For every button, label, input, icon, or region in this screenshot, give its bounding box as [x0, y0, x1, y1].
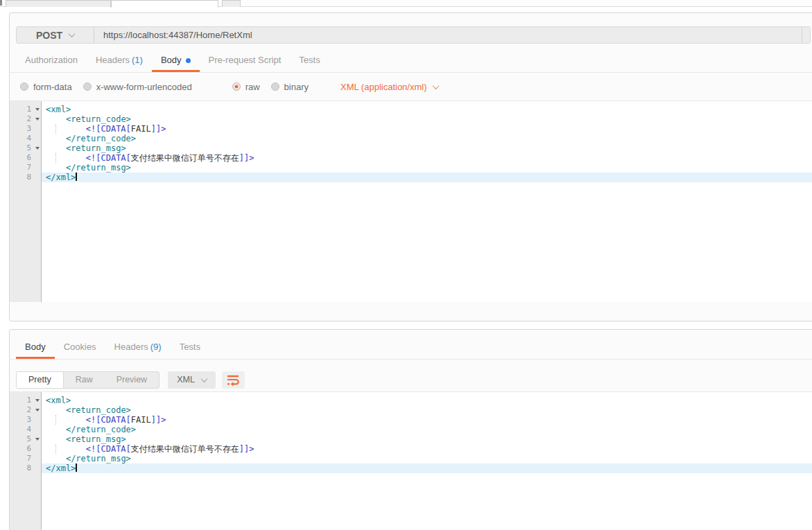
code-line-text[interactable]: <![CDATA[支付结果中微信订单号不存在]]> — [42, 153, 812, 163]
code-line[interactable]: 1<xml> — [10, 105, 812, 114]
headers-count-badge: (1) — [132, 55, 143, 65]
fold-arrow-icon[interactable] — [35, 438, 40, 441]
line-number: 6 — [10, 444, 42, 454]
line-number: 4 — [10, 425, 42, 434]
code-line-text[interactable]: <return_code> — [42, 114, 812, 124]
tab-response-headers[interactable]: Headers(9) — [105, 336, 171, 359]
code-line-text[interactable]: <return_code> — [42, 405, 812, 415]
code-line[interactable]: 1<xml> — [10, 396, 812, 405]
fold-arrow-icon[interactable] — [35, 147, 40, 150]
tab-cookies[interactable]: Cookies — [55, 336, 105, 359]
fold-arrow-icon[interactable] — [35, 108, 40, 111]
view-preview-button[interactable]: Preview — [105, 372, 159, 388]
code-line-text[interactable]: <xml> — [42, 105, 812, 114]
chevron-down-icon — [69, 30, 76, 37]
tab-tests[interactable]: Tests — [290, 49, 329, 72]
response-view-toolbar: Pretty Raw Preview XML — [10, 360, 812, 392]
tab-pre-request-script[interactable]: Pre-request Script — [200, 49, 291, 72]
code-line[interactable]: 3 <![CDATA[FAIL]]> — [10, 415, 812, 425]
method-label: POST — [36, 30, 62, 41]
tab-headers[interactable]: Headers(1) — [87, 49, 152, 72]
headers-count-badge: (9) — [150, 342, 162, 352]
code-line-text[interactable]: </return_msg> — [42, 163, 812, 173]
tab-body[interactable]: Body — [152, 49, 200, 72]
fold-arrow-icon[interactable] — [35, 118, 40, 121]
indent-guide — [55, 124, 56, 134]
line-number: 1 — [10, 105, 42, 114]
code-line-text[interactable]: <return_msg> — [42, 143, 812, 153]
indent-guide — [55, 153, 56, 163]
code-line-text[interactable]: <xml> — [42, 396, 812, 405]
code-line[interactable]: 3 <![CDATA[FAIL]]> — [10, 124, 812, 134]
code-line[interactable]: 4 </return_code> — [10, 425, 812, 434]
line-number: 3 — [10, 415, 42, 425]
window-tab-active[interactable] — [111, 0, 218, 8]
response-body-editor[interactable]: 1<xml>2 <return_code>3 <![CDATA[FAIL]]>4… — [10, 392, 812, 530]
code-line-text[interactable]: <![CDATA[FAIL]]> — [42, 124, 812, 134]
wrap-text-icon — [226, 373, 240, 387]
line-number: 3 — [10, 124, 42, 134]
radio-x-www-form-urlencoded[interactable]: x-www-form-urlencoded — [83, 82, 192, 92]
line-number: 2 — [10, 405, 42, 415]
code-line-text[interactable]: <![CDATA[支付结果中微信订单号不存在]]> — [42, 444, 812, 454]
radio-form-data[interactable]: form-data — [20, 82, 72, 92]
code-line[interactable]: 2 <return_code> — [10, 405, 812, 415]
response-panel: Body Cookies Headers(9) Tests Pretty Raw… — [9, 329, 812, 530]
tab-response-body[interactable]: Body — [16, 336, 55, 359]
response-tabs: Body Cookies Headers(9) Tests — [10, 330, 812, 360]
fold-arrow-icon[interactable] — [35, 399, 40, 402]
indent-guide — [55, 415, 56, 425]
line-number: 1 — [10, 396, 42, 405]
code-line-text[interactable]: <return_msg> — [42, 434, 812, 444]
body-modified-dot — [186, 58, 191, 63]
code-line[interactable]: 5 <return_msg> — [10, 143, 812, 153]
window-tab-small[interactable] — [222, 0, 241, 7]
code-line-text[interactable]: </return_code> — [42, 134, 812, 143]
line-number: 8 — [10, 463, 42, 473]
request-body-editor[interactable]: 1<xml>2 <return_code>3 <![CDATA[FAIL]]>4… — [10, 101, 812, 302]
text-cursor — [76, 463, 77, 472]
response-format-dropdown[interactable]: XML — [168, 371, 216, 389]
view-raw-button[interactable]: Raw — [64, 372, 105, 388]
radio-icon[interactable] — [83, 82, 92, 91]
code-line[interactable]: 7 </return_msg> — [10, 454, 812, 463]
tab-authorization[interactable]: Authorization — [16, 49, 87, 72]
code-line[interactable]: 5 <return_msg> — [10, 434, 812, 444]
code-line-text[interactable]: </return_msg> — [42, 454, 812, 463]
code-line[interactable]: 6 <![CDATA[支付结果中微信订单号不存在]]> — [10, 153, 812, 163]
code-line[interactable]: 8</xml> — [10, 463, 812, 473]
body-type-selector: form-data x-www-form-urlencoded raw bina… — [10, 73, 812, 101]
code-line-text[interactable]: </return_code> — [42, 425, 812, 434]
radio-selected-icon[interactable] — [232, 82, 241, 91]
chevron-down-icon — [200, 376, 207, 382]
radio-binary[interactable]: binary — [271, 82, 309, 92]
line-number: 5 — [10, 143, 42, 153]
request-tabs: Authorization Headers(1) Body Pre-reques… — [10, 51, 812, 73]
method-dropdown[interactable]: POST — [17, 27, 94, 43]
request-url-bar: POST https://localhost:44387/Home/RetXml — [16, 26, 811, 44]
line-number: 7 — [10, 454, 42, 463]
url-input[interactable]: https://localhost:44387/Home/RetXml — [94, 27, 810, 43]
line-number: 4 — [10, 134, 42, 143]
code-line[interactable]: 7 </return_msg> — [10, 163, 812, 173]
fold-arrow-icon[interactable] — [35, 409, 40, 412]
code-line[interactable]: 6 <![CDATA[支付结果中微信订单号不存在]]> — [10, 444, 812, 454]
indent-guide — [55, 444, 56, 454]
request-panel: POST https://localhost:44387/Home/RetXml… — [9, 12, 812, 321]
code-line-text[interactable]: </xml> — [42, 173, 812, 182]
code-line-text[interactable]: <![CDATA[FAIL]]> — [42, 415, 812, 425]
line-number: 5 — [10, 434, 42, 444]
radio-icon[interactable] — [20, 82, 28, 91]
window-tab-inactive[interactable] — [6, 0, 111, 7]
radio-raw[interactable]: raw — [232, 82, 260, 92]
window-edge-decoration — [0, 0, 2, 6]
raw-format-dropdown[interactable]: XML (application/xml) — [340, 82, 438, 92]
code-line[interactable]: 2 <return_code> — [10, 114, 812, 124]
radio-icon[interactable] — [271, 82, 279, 91]
tab-response-tests[interactable]: Tests — [171, 336, 209, 359]
code-line-text[interactable]: </xml> — [42, 463, 812, 473]
view-pretty-button[interactable]: Pretty — [17, 372, 64, 388]
code-line[interactable]: 8</xml> — [10, 173, 812, 182]
code-line[interactable]: 4 </return_code> — [10, 134, 812, 143]
wrap-lines-button[interactable] — [222, 371, 245, 389]
